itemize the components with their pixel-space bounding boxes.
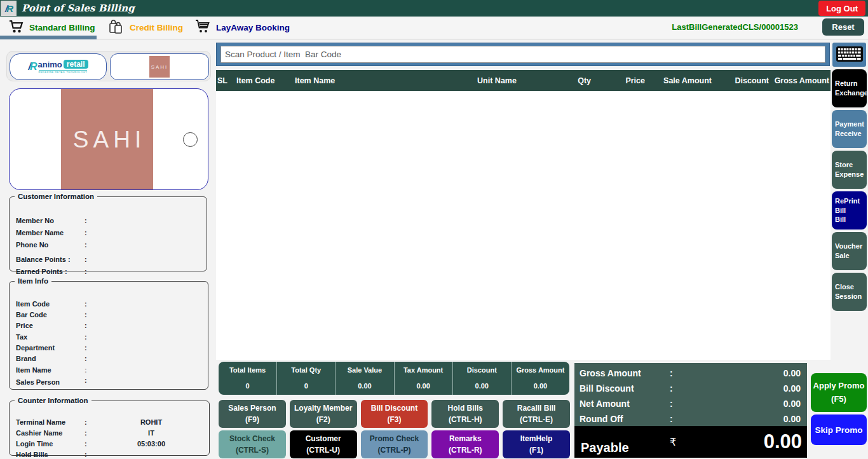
terminal-name-row: Terminal Name:ROHIT bbox=[16, 418, 204, 426]
last-bill-generated-text: LastBillGeneratedCLS/00001523 bbox=[672, 22, 798, 32]
recall-bill-button[interactable]: Racalll Bill(CTRL-E) bbox=[503, 400, 570, 428]
hold-bills-button[interactable]: Hold Bills(CTRL-H) bbox=[431, 400, 499, 428]
payable-label: Payable bbox=[574, 441, 670, 458]
voucher-sale-button[interactable]: VoucherSale bbox=[832, 232, 867, 270]
bill-summary-panel: Gross Amount:0.00 Bill Discount:0.00 Net… bbox=[574, 363, 807, 426]
shopping-bags-icon bbox=[108, 18, 125, 37]
item-help-button[interactable]: ItemHelp(F1) bbox=[503, 430, 570, 458]
return-exchange-button[interactable]: ReturnExchange bbox=[832, 69, 867, 107]
phone-no-row: Phone No: bbox=[16, 241, 201, 249]
round-off-row: Round Off:0.00 bbox=[574, 411, 807, 427]
column-header-sl[interactable]: SL bbox=[216, 76, 235, 85]
column-header-sale-amount[interactable]: Sale Amount bbox=[646, 76, 713, 85]
sales-person-button[interactable]: Sales Person(F9) bbox=[219, 400, 286, 428]
apply-promo-button[interactable]: Apply Promo(F5) bbox=[811, 373, 867, 412]
items-table-header: SL Item Code Item Name Unit Name Qty Pri… bbox=[216, 70, 831, 91]
discount-cell: Discount0.00 bbox=[453, 362, 512, 395]
customer-button[interactable]: Customer(CTRL-U) bbox=[290, 430, 357, 458]
barcode-scan-input[interactable] bbox=[220, 46, 825, 63]
payment-receive-button[interactable]: PaymentReceive bbox=[832, 110, 867, 148]
stock-check-button[interactable]: Stock Check(CTRL-S) bbox=[219, 430, 286, 458]
remarks-button[interactable]: Remarks(CTRL-R) bbox=[431, 430, 499, 458]
cart-icon bbox=[9, 20, 24, 36]
animo-retail-pill: retail bbox=[64, 60, 88, 69]
customer-display-preview: SAHI bbox=[9, 88, 208, 190]
close-session-button[interactable]: CloseSession bbox=[832, 273, 867, 311]
price-row: Price: bbox=[16, 322, 203, 329]
animo-monogram-icon: /R bbox=[29, 61, 36, 72]
column-header-discount[interactable]: Discount bbox=[713, 76, 770, 85]
customer-information-legend: Customer Information bbox=[15, 193, 97, 200]
item-code-row: Item Code: bbox=[16, 300, 203, 308]
cart-icon bbox=[194, 19, 211, 36]
column-header-unit-name[interactable]: Unit Name bbox=[452, 76, 541, 85]
tax-amount-cell: Tax Amount0.00 bbox=[395, 362, 453, 395]
balance-points-row: Balance Points :: bbox=[16, 256, 201, 263]
promo-check-button[interactable]: Promo Check(CTRL-P) bbox=[361, 430, 428, 458]
store-logo-card: SAHI bbox=[110, 53, 209, 80]
title-bar: /R Point of Sales Billing Log Out bbox=[0, 0, 868, 17]
active-tab-indicator bbox=[0, 36, 97, 39]
animo-tagline: REDEFINE RETAIL TECHNOLOGY bbox=[39, 70, 88, 74]
scan-bar bbox=[216, 43, 830, 66]
cashier-name-row: Cashier Name:IT bbox=[16, 429, 204, 437]
function-button-row-1: Sales Person(F9) Loyalty Member(F2) Bill… bbox=[219, 400, 570, 428]
column-header-price[interactable]: Price bbox=[592, 76, 646, 85]
items-table-body[interactable] bbox=[216, 91, 831, 360]
column-header-item-name[interactable]: Item Name bbox=[294, 76, 452, 85]
store-expense-button[interactable]: StoreExpense bbox=[832, 151, 867, 189]
tab-label: Credit Billing bbox=[130, 23, 183, 32]
hold-bills-row: Hold Bills: bbox=[16, 451, 204, 458]
animo-retail-logo: /R animo retail REDEFINE RETAIL TECHNOLO… bbox=[10, 53, 107, 80]
logout-button[interactable]: Log Out bbox=[818, 1, 865, 16]
total-items-cell: Total Items0 bbox=[219, 362, 277, 395]
earned-points-row: Earned Points :: bbox=[16, 268, 201, 275]
store-banner-text: SAHI bbox=[69, 127, 146, 153]
app-title: Point of Sales Billing bbox=[22, 3, 135, 14]
virtual-keyboard-button[interactable] bbox=[832, 43, 866, 67]
item-info-panel: Item Info Item Code: Bar Code: Price: Ta… bbox=[9, 277, 208, 390]
customer-information-panel: Customer Information Member No: Member N… bbox=[9, 193, 207, 271]
home-button-icon bbox=[183, 132, 198, 147]
tab-standard-billing[interactable]: Standard Billing bbox=[9, 18, 95, 37]
gross-amount-cell: Gross Amount0.00 bbox=[512, 362, 569, 395]
skip-promo-button[interactable]: Skip Promo bbox=[811, 414, 867, 445]
keyboard-icon bbox=[836, 46, 864, 64]
tax-row: Tax: bbox=[16, 333, 203, 341]
rupee-icon: ₹ bbox=[670, 436, 708, 448]
side-action-column: ReturnExchange PaymentReceive StoreExpen… bbox=[832, 69, 867, 311]
login-time-row: Login Time:05:03:00 bbox=[16, 440, 204, 448]
tab-label: Standard Billing bbox=[29, 23, 95, 32]
payable-value: 0.00 bbox=[708, 430, 807, 453]
tab-layaway-booking[interactable]: LayAway Booking bbox=[194, 18, 290, 37]
store-banner: SAHI bbox=[61, 89, 153, 190]
sale-value-cell: Sale Value0.00 bbox=[336, 362, 394, 395]
tab-label: LayAway Booking bbox=[216, 23, 290, 32]
member-no-row: Member No: bbox=[16, 217, 201, 224]
loyalty-member-button[interactable]: Loyalty Member(F2) bbox=[290, 400, 357, 428]
animo-name: animo bbox=[38, 60, 62, 69]
function-button-row-2: Stock Check(CTRL-S) Customer(CTRL-U) Pro… bbox=[219, 430, 570, 458]
bill-discount-button[interactable]: Bill Discount(F3) bbox=[361, 400, 428, 428]
reprint-bill-button[interactable]: RePrint BillBill bbox=[832, 191, 867, 230]
store-logo: SAHI bbox=[149, 56, 170, 78]
tab-bar: Standard Billing Credit Billing LayAway … bbox=[0, 17, 868, 39]
member-name-row: Member Name: bbox=[16, 229, 201, 236]
brand-row: Brand: bbox=[16, 355, 203, 362]
bill-totals-strip: Total Items0 Total Qty0 Sale Value0.00 T… bbox=[219, 362, 569, 395]
reset-button[interactable]: Reset bbox=[822, 18, 864, 36]
tab-credit-billing[interactable]: Credit Billing bbox=[108, 18, 183, 37]
department-row: Department: bbox=[16, 344, 203, 352]
counter-information-legend: Counter Information bbox=[15, 397, 92, 404]
total-qty-cell: Total Qty0 bbox=[277, 362, 336, 395]
item-name-row: Item Name: bbox=[16, 366, 203, 374]
item-info-legend: Item Info bbox=[15, 277, 51, 285]
sales-person-row: Sales Person: bbox=[16, 378, 203, 386]
net-amount-row: Net Amount:0.00 bbox=[574, 396, 807, 411]
payable-panel: Payable ₹ 0.00 bbox=[574, 426, 807, 458]
bar-code-row: Bar Code: bbox=[16, 311, 203, 319]
bill-discount-row: Bill Discount:0.00 bbox=[574, 381, 807, 396]
column-header-gross-amount[interactable]: Gross Amount bbox=[770, 76, 831, 85]
column-header-qty[interactable]: Qty bbox=[541, 76, 592, 85]
column-header-item-code[interactable]: Item Code bbox=[235, 76, 294, 85]
